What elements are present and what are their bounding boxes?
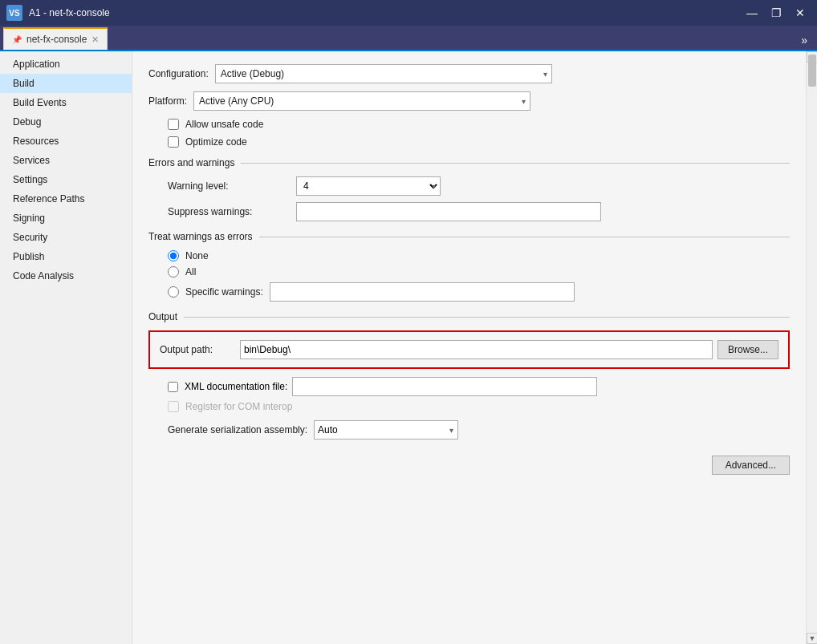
platform-select[interactable]: Active (Any CPU)	[193, 91, 530, 111]
scrollbar-arrow-down[interactable]: ▼	[807, 633, 817, 644]
xml-doc-label: XML documentation file:	[185, 381, 287, 392]
xml-doc-input[interactable]	[292, 377, 597, 396]
suppress-warnings-row: Suppress warnings:	[148, 202, 790, 221]
radio-none-row: None	[148, 250, 790, 261]
com-interop-row: Register for COM interop	[148, 401, 790, 412]
radio-all[interactable]	[168, 266, 179, 277]
unsafe-code-row: Allow unsafe code	[148, 119, 790, 130]
restore-button[interactable]: ❐	[766, 5, 787, 21]
sidebar-item-build-events[interactable]: Build Events	[0, 93, 132, 112]
platform-row: Platform: Active (Any CPU)	[148, 91, 790, 111]
sidebar-item-build[interactable]: Build	[0, 74, 132, 93]
output-section-label: Output	[148, 311, 177, 322]
configuration-label: Configuration:	[148, 68, 209, 79]
svg-text:VS: VS	[9, 9, 20, 18]
sidebar-item-publish[interactable]: Publish	[0, 247, 132, 266]
errors-section-label: Errors and warnings	[148, 157, 234, 168]
advanced-button[interactable]: Advanced...	[712, 456, 790, 475]
tab-label: net-fx-console	[26, 34, 87, 45]
generate-select-wrapper: Auto	[314, 420, 458, 439]
platform-select-wrapper: Active (Any CPU)	[193, 91, 530, 111]
xml-doc-row: XML documentation file:	[148, 377, 790, 396]
sidebar-item-debug[interactable]: Debug	[0, 112, 132, 132]
output-path-input[interactable]	[240, 340, 713, 359]
sidebar-item-reference-paths[interactable]: Reference Paths	[0, 189, 132, 209]
output-box: Output path: Browse...	[148, 330, 790, 369]
warning-level-label: Warning level:	[168, 180, 296, 192]
radio-all-row: All	[148, 266, 790, 277]
content-area: Configuration: Active (Debug) Platform: …	[132, 51, 817, 644]
browse-button[interactable]: Browse...	[717, 340, 778, 359]
suppress-warnings-input[interactable]	[296, 202, 601, 221]
generate-select[interactable]: Auto	[314, 420, 458, 439]
xml-doc-checkbox[interactable]	[168, 382, 178, 392]
output-divider-line	[184, 317, 790, 318]
radio-specific-row: Specific warnings:	[148, 282, 790, 302]
window-controls: — ❐ ✕	[742, 5, 811, 21]
sidebar-item-code-analysis[interactable]: Code Analysis	[0, 266, 132, 286]
errors-section-divider: Errors and warnings	[148, 157, 790, 168]
radio-specific[interactable]	[168, 286, 179, 298]
platform-label: Platform:	[148, 95, 187, 107]
tab-overflow-button[interactable]: »	[795, 30, 814, 50]
sidebar: Application Build Build Events Debug Res…	[0, 51, 132, 644]
specific-warnings-input[interactable]	[270, 282, 575, 302]
radio-all-label: All	[185, 266, 196, 277]
app-icon: VS	[6, 5, 22, 21]
optimize-code-checkbox[interactable]	[168, 136, 179, 148]
output-path-label: Output path:	[160, 344, 240, 355]
window-title: A1 - net-fx-console	[29, 7, 742, 18]
document-tab[interactable]: 📌 net-fx-console ✕	[3, 27, 108, 50]
unsafe-code-label: Allow unsafe code	[185, 119, 263, 130]
sidebar-item-application[interactable]: Application	[0, 55, 132, 74]
warning-level-select-wrapper: 4	[296, 176, 441, 196]
sidebar-item-settings[interactable]: Settings	[0, 170, 132, 189]
close-button[interactable]: ✕	[790, 5, 811, 21]
scrollbar-track: ▲ ▼	[806, 51, 817, 644]
tab-pin-icon: 📌	[12, 35, 22, 44]
radio-none-label: None	[185, 250, 209, 261]
main-layout: Application Build Build Events Debug Res…	[0, 51, 817, 644]
com-interop-checkbox[interactable]	[168, 401, 179, 412]
advanced-row: Advanced...	[148, 456, 790, 475]
treat-warnings-label: Treat warnings as errors	[148, 231, 253, 242]
generate-label: Generate serialization assembly:	[168, 424, 307, 435]
warning-level-select[interactable]: 4	[296, 176, 441, 196]
treat-warnings-divider: Treat warnings as errors	[148, 231, 790, 242]
output-section-divider: Output	[148, 311, 790, 322]
sidebar-item-services[interactable]: Services	[0, 151, 132, 170]
unsafe-code-checkbox[interactable]	[168, 119, 179, 130]
scrollbar-thumb[interactable]	[808, 55, 816, 87]
output-path-row: Output path: Browse...	[160, 340, 778, 359]
radio-none[interactable]	[168, 250, 179, 261]
configuration-select-wrapper: Active (Debug)	[215, 64, 552, 83]
treat-warnings-line	[259, 237, 790, 237]
minimize-button[interactable]: —	[742, 5, 762, 21]
tab-close-icon[interactable]: ✕	[91, 34, 99, 45]
sidebar-item-signing[interactable]: Signing	[0, 209, 132, 228]
com-interop-label: Register for COM interop	[185, 401, 292, 412]
content-inner: Configuration: Active (Debug) Platform: …	[132, 51, 806, 644]
generate-row: Generate serialization assembly: Auto	[148, 420, 790, 439]
sidebar-item-resources[interactable]: Resources	[0, 132, 132, 151]
tab-bar: 📌 net-fx-console ✕ »	[0, 26, 817, 51]
suppress-warnings-label: Suppress warnings:	[168, 206, 296, 217]
title-bar: VS A1 - net-fx-console — ❐ ✕	[0, 0, 817, 26]
sidebar-item-security[interactable]: Security	[0, 228, 132, 247]
radio-specific-label: Specific warnings:	[185, 286, 263, 298]
optimize-code-row: Optimize code	[148, 136, 790, 148]
errors-divider-line	[241, 163, 790, 164]
configuration-select[interactable]: Active (Debug)	[215, 64, 552, 83]
warning-level-row: Warning level: 4	[148, 176, 790, 196]
configuration-row: Configuration: Active (Debug)	[148, 64, 790, 83]
optimize-code-label: Optimize code	[185, 136, 247, 148]
